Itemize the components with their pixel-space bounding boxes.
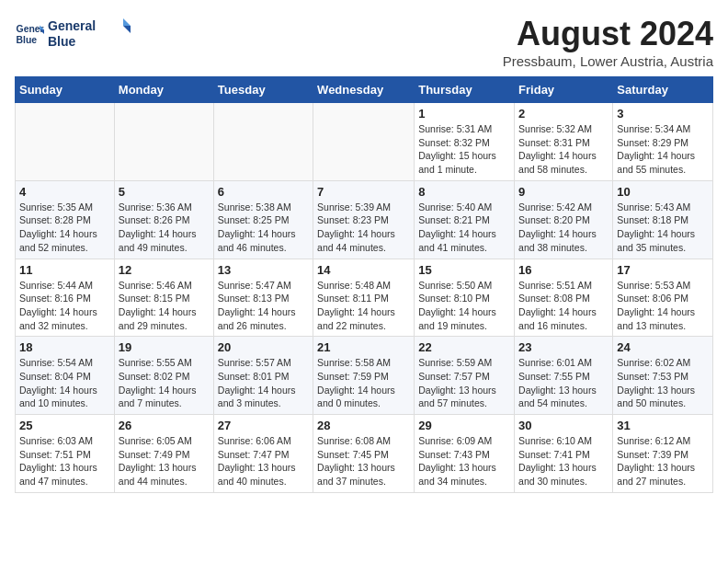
day-number: 18 <box>19 340 110 354</box>
day-info: Sunrise: 5:43 AM Sunset: 8:18 PM Dayligh… <box>617 201 709 255</box>
svg-text:Blue: Blue <box>48 34 76 49</box>
day-info: Sunrise: 5:34 AM Sunset: 8:29 PM Dayligh… <box>617 122 709 177</box>
page-header: General Blue General Blue August 2024 Pr… <box>15 15 713 69</box>
day-info: Sunrise: 5:47 AM Sunset: 8:13 PM Dayligh… <box>218 279 309 333</box>
days-header-row: SundayMondayTuesdayWednesdayThursdayFrid… <box>16 77 713 103</box>
calendar-cell: 12Sunrise: 5:46 AM Sunset: 8:15 PM Dayli… <box>114 259 213 337</box>
day-info: Sunrise: 6:03 AM Sunset: 7:51 PM Dayligh… <box>19 434 110 488</box>
calendar-cell: 26Sunrise: 6:05 AM Sunset: 7:49 PM Dayli… <box>114 415 213 493</box>
day-number: 31 <box>617 419 709 432</box>
day-info: Sunrise: 5:57 AM Sunset: 8:01 PM Dayligh… <box>218 356 309 410</box>
day-number: 10 <box>617 185 709 199</box>
day-number: 22 <box>418 340 510 354</box>
svg-marker-6 <box>123 18 131 26</box>
calendar-cell: 17Sunrise: 5:53 AM Sunset: 8:06 PM Dayli… <box>613 259 713 337</box>
day-number: 23 <box>518 340 609 354</box>
calendar-subtitle: Pressbaum, Lower Austria, Austria <box>503 53 713 69</box>
week-row-2: 4Sunrise: 5:35 AM Sunset: 8:28 PM Daylig… <box>16 180 713 259</box>
calendar-cell: 9Sunrise: 5:42 AM Sunset: 8:20 PM Daylig… <box>515 180 613 259</box>
calendar-cell: 28Sunrise: 6:08 AM Sunset: 7:45 PM Dayli… <box>313 415 415 493</box>
calendar-cell <box>213 103 313 181</box>
calendar-cell: 10Sunrise: 5:43 AM Sunset: 8:18 PM Dayli… <box>613 180 713 259</box>
header-day-sunday: Sunday <box>16 77 115 103</box>
calendar-cell: 1Sunrise: 5:31 AM Sunset: 8:32 PM Daylig… <box>415 103 515 181</box>
day-info: Sunrise: 6:01 AM Sunset: 7:55 PM Dayligh… <box>518 356 609 410</box>
week-row-5: 25Sunrise: 6:03 AM Sunset: 7:51 PM Dayli… <box>16 415 713 493</box>
day-info: Sunrise: 5:55 AM Sunset: 8:02 PM Dayligh… <box>119 356 210 410</box>
calendar-cell: 18Sunrise: 5:54 AM Sunset: 8:04 PM Dayli… <box>16 337 115 415</box>
calendar-cell: 27Sunrise: 6:06 AM Sunset: 7:47 PM Dayli… <box>213 415 313 493</box>
header-day-tuesday: Tuesday <box>213 77 313 103</box>
day-number: 27 <box>218 419 309 432</box>
calendar-cell: 3Sunrise: 5:34 AM Sunset: 8:29 PM Daylig… <box>613 103 713 181</box>
day-number: 20 <box>218 340 309 354</box>
day-number: 30 <box>518 419 609 432</box>
day-number: 25 <box>19 419 110 432</box>
calendar-cell: 31Sunrise: 6:12 AM Sunset: 7:39 PM Dayli… <box>613 415 713 493</box>
day-number: 28 <box>317 419 410 432</box>
calendar-cell: 20Sunrise: 5:57 AM Sunset: 8:01 PM Dayli… <box>213 337 313 415</box>
calendar-cell: 2Sunrise: 5:32 AM Sunset: 8:31 PM Daylig… <box>515 103 613 181</box>
day-info: Sunrise: 5:53 AM Sunset: 8:06 PM Dayligh… <box>617 279 709 333</box>
week-row-1: 1Sunrise: 5:31 AM Sunset: 8:32 PM Daylig… <box>16 103 713 181</box>
logo-icon: General Blue <box>15 19 44 49</box>
calendar-cell: 21Sunrise: 5:58 AM Sunset: 7:59 PM Dayli… <box>313 337 415 415</box>
day-info: Sunrise: 5:59 AM Sunset: 7:57 PM Dayligh… <box>418 356 510 410</box>
day-info: Sunrise: 5:46 AM Sunset: 8:15 PM Dayligh… <box>119 279 210 333</box>
day-number: 16 <box>518 263 609 277</box>
svg-marker-7 <box>123 26 131 33</box>
calendar-cell: 11Sunrise: 5:44 AM Sunset: 8:16 PM Dayli… <box>16 259 115 337</box>
day-info: Sunrise: 6:12 AM Sunset: 7:39 PM Dayligh… <box>617 434 709 488</box>
calendar-table: SundayMondayTuesdayWednesdayThursdayFrid… <box>15 76 713 493</box>
calendar-cell: 16Sunrise: 5:51 AM Sunset: 8:08 PM Dayli… <box>515 259 613 337</box>
day-info: Sunrise: 5:36 AM Sunset: 8:26 PM Dayligh… <box>119 201 210 255</box>
calendar-cell: 22Sunrise: 5:59 AM Sunset: 7:57 PM Dayli… <box>415 337 515 415</box>
day-number: 4 <box>19 185 110 199</box>
header-day-monday: Monday <box>114 77 213 103</box>
day-number: 3 <box>617 107 709 121</box>
day-info: Sunrise: 5:38 AM Sunset: 8:25 PM Dayligh… <box>218 201 309 255</box>
calendar-cell: 6Sunrise: 5:38 AM Sunset: 8:25 PM Daylig… <box>213 180 313 259</box>
calendar-cell: 13Sunrise: 5:47 AM Sunset: 8:13 PM Dayli… <box>213 259 313 337</box>
header-day-thursday: Thursday <box>415 77 515 103</box>
calendar-cell <box>16 103 115 181</box>
day-info: Sunrise: 5:42 AM Sunset: 8:20 PM Dayligh… <box>518 201 609 255</box>
day-info: Sunrise: 6:09 AM Sunset: 7:43 PM Dayligh… <box>418 434 510 488</box>
day-info: Sunrise: 5:32 AM Sunset: 8:31 PM Dayligh… <box>518 122 609 177</box>
day-number: 13 <box>218 263 309 277</box>
svg-text:Blue: Blue <box>17 35 38 45</box>
day-info: Sunrise: 5:31 AM Sunset: 8:32 PM Dayligh… <box>418 122 510 177</box>
calendar-cell: 23Sunrise: 6:01 AM Sunset: 7:55 PM Dayli… <box>515 337 613 415</box>
logo-text: General Blue <box>48 15 131 53</box>
day-info: Sunrise: 5:51 AM Sunset: 8:08 PM Dayligh… <box>518 279 609 333</box>
calendar-cell: 7Sunrise: 5:39 AM Sunset: 8:23 PM Daylig… <box>313 180 415 259</box>
day-number: 15 <box>418 263 510 277</box>
calendar-cell <box>313 103 415 181</box>
header-day-saturday: Saturday <box>613 77 713 103</box>
day-number: 11 <box>19 263 110 277</box>
calendar-cell: 19Sunrise: 5:55 AM Sunset: 8:02 PM Dayli… <box>114 337 213 415</box>
day-number: 24 <box>617 340 709 354</box>
calendar-cell: 30Sunrise: 6:10 AM Sunset: 7:41 PM Dayli… <box>515 415 613 493</box>
day-number: 29 <box>418 419 510 432</box>
header-day-friday: Friday <box>515 77 613 103</box>
day-number: 19 <box>119 340 210 354</box>
day-number: 17 <box>617 263 709 277</box>
logo: General Blue General Blue <box>15 15 131 53</box>
day-number: 5 <box>119 185 210 199</box>
day-info: Sunrise: 5:50 AM Sunset: 8:10 PM Dayligh… <box>418 279 510 333</box>
day-number: 21 <box>317 340 410 354</box>
day-info: Sunrise: 6:06 AM Sunset: 7:47 PM Dayligh… <box>218 434 309 488</box>
calendar-title: August 2024 <box>503 15 713 53</box>
calendar-cell: 25Sunrise: 6:03 AM Sunset: 7:51 PM Dayli… <box>16 415 115 493</box>
day-info: Sunrise: 5:35 AM Sunset: 8:28 PM Dayligh… <box>19 201 110 255</box>
week-row-3: 11Sunrise: 5:44 AM Sunset: 8:16 PM Dayli… <box>16 259 713 337</box>
day-info: Sunrise: 6:05 AM Sunset: 7:49 PM Dayligh… <box>119 434 210 488</box>
day-number: 6 <box>218 185 309 199</box>
day-number: 9 <box>518 185 609 199</box>
day-number: 1 <box>418 107 510 121</box>
calendar-cell: 4Sunrise: 5:35 AM Sunset: 8:28 PM Daylig… <box>16 180 115 259</box>
day-number: 8 <box>418 185 510 199</box>
day-number: 7 <box>317 185 410 199</box>
calendar-cell: 24Sunrise: 6:02 AM Sunset: 7:53 PM Dayli… <box>613 337 713 415</box>
